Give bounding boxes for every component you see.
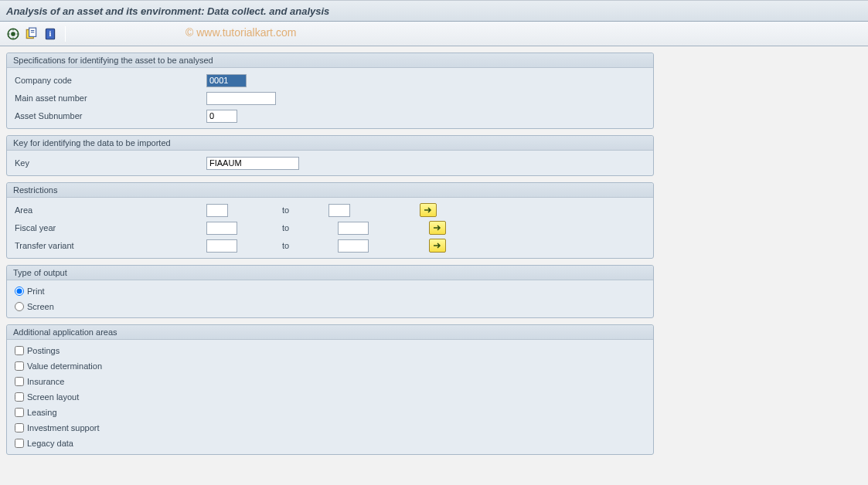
screen-radio[interactable] [15,302,24,311]
screen-layout-checkbox[interactable] [15,392,24,402]
title-bar: Analysis of an asset and its environment… [0,0,868,22]
leasing-checkbox[interactable] [15,408,24,417]
value-determination-checkbox[interactable] [15,361,24,371]
main-asset-label: Main asset number [13,93,206,103]
insurance-label: Insurance [27,377,64,386]
group-specifications: Specifications for identifying the asset… [6,53,654,129]
transfer-to-label: to [237,241,338,250]
print-radio[interactable] [15,287,24,296]
investment-support-label: Investment support [27,423,100,432]
area-to-input[interactable] [328,204,350,217]
execute-icon[interactable] [6,27,20,41]
svg-point-1 [11,32,15,36]
insurance-check-row[interactable]: Insurance [13,374,647,389]
transfer-variant-label: Transfer variant [13,241,206,250]
legacy-data-check-row[interactable]: Legacy data [13,436,647,451]
group-additional: Additional application areas Postings Va… [6,324,654,455]
screen-label: Screen [27,302,54,311]
fiscal-year-label: Fiscal year [13,223,206,232]
group-output: Type of output Print Screen [6,265,654,318]
postings-label: Postings [27,346,60,355]
area-from-input[interactable] [206,204,228,217]
legacy-data-checkbox[interactable] [15,439,24,448]
fiscal-to-label: to [237,223,338,232]
group-header-restrictions: Restrictions [7,183,653,198]
content-area: Specifications for identifying the asset… [0,46,868,467]
page-title: Analysis of an asset and its environment… [6,5,329,17]
variant-icon[interactable] [25,27,39,41]
toolbar: i © www.tutorialkart.com [0,22,868,46]
print-label: Print [27,287,45,296]
main-asset-input[interactable] [206,92,276,105]
fiscal-multiple-selection-button[interactable] [429,221,446,235]
screen-layout-label: Screen layout [27,392,79,402]
screen-layout-check-row[interactable]: Screen layout [13,389,647,405]
value-determination-check-row[interactable]: Value determination [13,358,647,374]
company-code-label: Company code [13,76,206,85]
postings-check-row[interactable]: Postings [13,343,647,358]
group-key: Key for identifying the data to be impor… [6,135,654,176]
area-multiple-selection-button[interactable] [420,203,437,217]
screen-radio-row[interactable]: Screen [13,299,647,314]
area-to-label: to [228,205,328,215]
group-header-output: Type of output [7,266,653,280]
toolbar-divider [65,26,66,42]
print-radio-row[interactable]: Print [13,283,647,299]
asset-subnumber-input[interactable] [206,110,237,123]
postings-checkbox[interactable] [15,346,24,355]
group-restrictions: Restrictions Area to Fiscal year to Tran… [6,182,654,259]
leasing-label: Leasing [27,408,57,417]
transfer-multiple-selection-button[interactable] [429,239,446,253]
fiscal-to-input[interactable] [338,222,369,235]
key-input[interactable] [206,157,299,170]
investment-support-check-row[interactable]: Investment support [13,420,647,436]
leasing-check-row[interactable]: Leasing [13,405,647,420]
company-code-input[interactable] [206,74,247,87]
svg-text:i: i [49,29,52,38]
group-header-additional: Additional application areas [7,325,653,340]
asset-subnumber-label: Asset Subnumber [13,111,206,120]
fiscal-from-input[interactable] [206,222,237,235]
group-header-key: Key for identifying the data to be impor… [7,136,653,151]
watermark: © www.tutorialkart.com [186,26,296,39]
value-determination-label: Value determination [27,361,102,371]
group-header-spec: Specifications for identifying the asset… [7,53,653,68]
key-label: Key [13,158,206,168]
area-label: Area [13,205,206,215]
insurance-checkbox[interactable] [15,377,24,386]
investment-support-checkbox[interactable] [15,423,24,432]
info-icon[interactable]: i [43,27,57,41]
legacy-data-label: Legacy data [27,439,73,448]
transfer-from-input[interactable] [206,239,237,253]
transfer-to-input[interactable] [338,239,369,253]
